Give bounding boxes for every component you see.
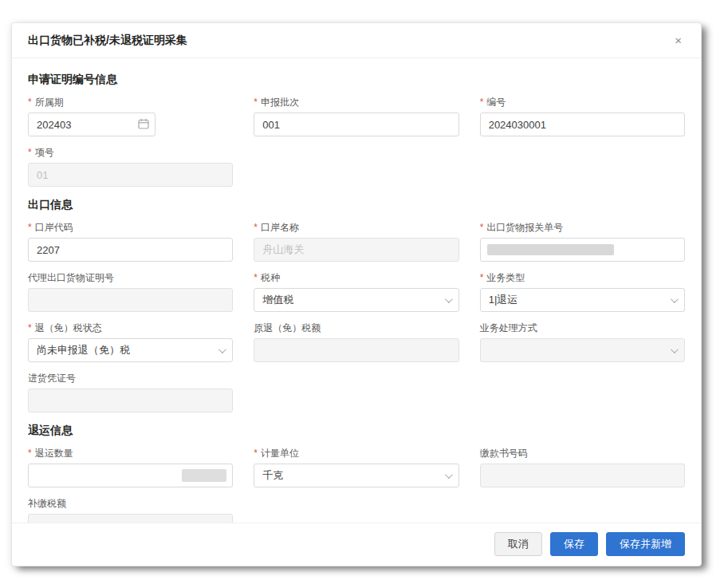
supplement-tax-input bbox=[28, 514, 233, 523]
period-input[interactable] bbox=[28, 112, 155, 136]
field-label-tax-type: 税种 bbox=[261, 272, 280, 283]
close-icon[interactable]: × bbox=[671, 33, 685, 48]
tax-type-select[interactable]: 增值税 bbox=[254, 288, 458, 312]
field-business-type: *业务类型 1|退运 bbox=[480, 272, 685, 312]
required-asterisk: * bbox=[28, 448, 32, 459]
original-refund-amount-input bbox=[254, 338, 458, 362]
field-business-process: 业务处理方式 bbox=[480, 322, 685, 362]
required-asterisk: * bbox=[480, 222, 484, 233]
field-agent-cert-no: 代理出口货物证明号 bbox=[28, 272, 233, 312]
chevron-down-icon bbox=[671, 345, 679, 353]
certificate-collection-dialog: 出口货物已补税/未退税证明采集 × 申请证明编号信息 *所属期 *申报批次 bbox=[11, 22, 702, 566]
required-asterisk: * bbox=[254, 272, 258, 283]
required-asterisk: * bbox=[254, 448, 258, 459]
business-type-select[interactable]: 1|退运 bbox=[480, 288, 685, 312]
field-port-code: *口岸代码 bbox=[28, 222, 233, 262]
field-label-declaration-no: 出口货物报关单号 bbox=[486, 222, 563, 233]
port-code-input[interactable] bbox=[28, 238, 233, 262]
required-asterisk: * bbox=[28, 322, 32, 333]
port-name-input bbox=[254, 238, 458, 262]
tax-type-value: 增值税 bbox=[262, 293, 293, 307]
section-title-export-info: 出口信息 bbox=[28, 198, 685, 212]
field-unit: *计量单位 千克 bbox=[254, 448, 458, 487]
field-period: *所属期 bbox=[28, 97, 233, 136]
section-return-info: 退运信息 *退运数量 *计量单位 千克 缴款书 bbox=[28, 424, 685, 523]
section-title-apply-info: 申请证明编号信息 bbox=[28, 73, 685, 87]
field-item-no: *项号 bbox=[28, 147, 233, 187]
field-label-return-qty: 退运数量 bbox=[35, 448, 73, 459]
field-label-purchase-voucher-no: 进货凭证号 bbox=[28, 373, 76, 384]
chevron-down-icon bbox=[445, 471, 453, 479]
field-label-item-no: 项号 bbox=[35, 147, 54, 158]
refund-status-select[interactable]: 尚未申报退（免）税 bbox=[28, 338, 233, 362]
required-asterisk: * bbox=[480, 97, 484, 108]
field-purchase-voucher-no: 进货凭证号 bbox=[28, 373, 233, 412]
field-label-original-refund-amount: 原退（免）税额 bbox=[254, 322, 321, 333]
field-tax-type: *税种 增值税 bbox=[254, 272, 458, 312]
required-asterisk: * bbox=[28, 222, 32, 233]
save-and-new-button[interactable]: 保存并新增 bbox=[606, 532, 685, 556]
dialog-header: 出口货物已补税/未退税证明采集 × bbox=[12, 23, 701, 58]
field-label-payment-receipt-no: 缴款书号码 bbox=[480, 448, 528, 459]
field-original-refund-amount: 原退（免）税额 bbox=[254, 322, 458, 362]
refund-status-value: 尚未申报退（免）税 bbox=[37, 343, 130, 357]
field-refund-status: *退（免）税状态 尚未申报退（免）税 bbox=[28, 322, 233, 362]
number-input[interactable] bbox=[480, 112, 685, 136]
field-label-supplement-tax: 补缴税额 bbox=[28, 498, 66, 509]
business-process-select bbox=[480, 338, 685, 362]
batch-input[interactable] bbox=[254, 112, 458, 136]
field-label-unit: 计量单位 bbox=[261, 448, 299, 459]
field-label-business-process: 业务处理方式 bbox=[480, 322, 537, 333]
field-port-name: *口岸名称 bbox=[254, 222, 458, 262]
section-apply-info: 申请证明编号信息 *所属期 *申报批次 bbox=[28, 73, 685, 187]
section-title-return-info: 退运信息 bbox=[28, 424, 685, 438]
chevron-down-icon bbox=[218, 345, 226, 353]
dialog-body: 申请证明编号信息 *所属期 *申报批次 bbox=[12, 58, 701, 523]
required-asterisk: * bbox=[254, 222, 258, 233]
payment-receipt-no-input bbox=[480, 464, 685, 487]
purchase-voucher-no-input bbox=[28, 389, 233, 412]
field-label-number: 编号 bbox=[486, 97, 506, 108]
save-button[interactable]: 保存 bbox=[550, 532, 598, 556]
field-label-business-type: 业务类型 bbox=[486, 272, 525, 283]
dialog-footer: 取消 保存 保存并新增 bbox=[12, 523, 701, 566]
redacted-value bbox=[182, 469, 226, 482]
field-label-agent-cert-no: 代理出口货物证明号 bbox=[28, 272, 114, 283]
chevron-down-icon bbox=[671, 295, 679, 303]
required-asterisk: * bbox=[28, 97, 32, 108]
field-payment-receipt-no: 缴款书号码 bbox=[480, 448, 685, 487]
field-supplement-tax: 补缴税额 bbox=[28, 498, 233, 523]
unit-value: 千克 bbox=[262, 468, 283, 483]
cancel-button[interactable]: 取消 bbox=[494, 532, 542, 556]
required-asterisk: * bbox=[254, 97, 258, 108]
field-return-qty: *退运数量 bbox=[28, 448, 233, 487]
field-label-refund-status: 退（免）税状态 bbox=[35, 322, 102, 333]
field-batch: *申报批次 bbox=[254, 97, 458, 136]
field-label-batch: 申报批次 bbox=[261, 97, 299, 108]
section-export-info: 出口信息 *口岸代码 *口岸名称 *出口货物报关单号 bbox=[28, 198, 685, 412]
required-asterisk: * bbox=[28, 147, 32, 158]
field-label-port-name: 口岸名称 bbox=[261, 222, 299, 233]
agent-cert-no-input bbox=[28, 288, 233, 312]
item-no-input bbox=[28, 163, 233, 187]
field-label-port-code: 口岸代码 bbox=[35, 222, 73, 233]
business-type-value: 1|退运 bbox=[489, 293, 518, 307]
required-asterisk: * bbox=[480, 272, 484, 283]
field-number: *编号 bbox=[480, 97, 685, 136]
field-label-period: 所属期 bbox=[35, 97, 64, 108]
field-declaration-no: *出口货物报关单号 bbox=[480, 222, 685, 262]
unit-select[interactable]: 千克 bbox=[254, 464, 458, 487]
dialog-title: 出口货物已补税/未退税证明采集 bbox=[28, 34, 187, 48]
chevron-down-icon bbox=[445, 295, 453, 303]
redacted-value bbox=[487, 244, 615, 255]
